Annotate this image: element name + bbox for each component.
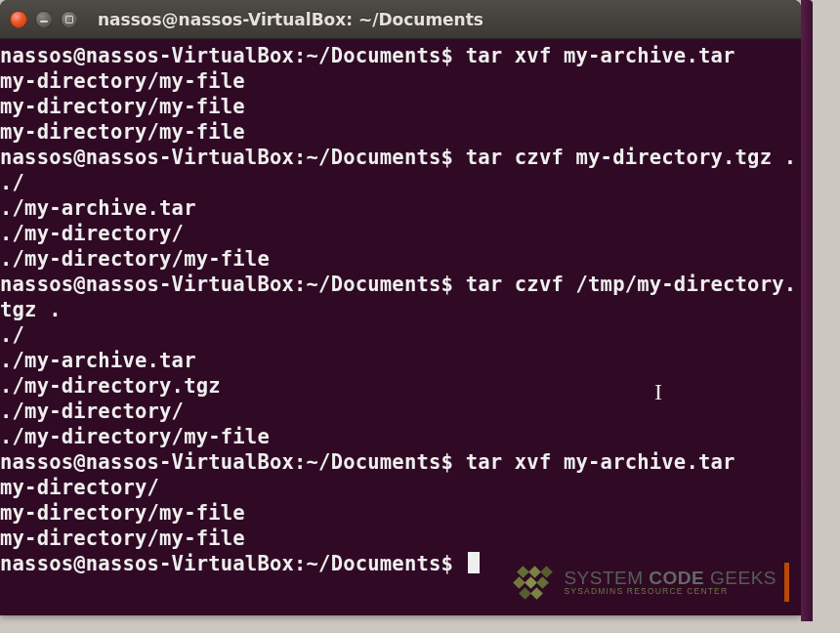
prompt-sep: : (294, 44, 307, 67)
terminal-output-line: my-directory/my-file (0, 501, 245, 525)
watermark-brand-a: SYSTEM (564, 568, 643, 588)
terminal-command: tar xvf my-archive.tar (466, 44, 735, 67)
prompt-path: ~/Documents (307, 146, 441, 169)
watermark: SYSTEM CODE GEEKS SYSADMINS RESOURCE CEN… (515, 563, 789, 602)
prompt-sep: : (294, 552, 307, 575)
window-title: nassos@nassos-VirtualBox: ~/Documents (98, 10, 483, 29)
prompt-user-host: nassos@nassos-VirtualBox (0, 146, 294, 169)
prompt-path: ~/Documents (307, 273, 441, 296)
prompt-sep: : (294, 450, 307, 474)
watermark-logo-icon (515, 566, 556, 599)
watermark-brand-b: CODE (649, 568, 704, 588)
prompt-sigil: $ (441, 552, 454, 575)
terminal-output-line: ./my-archive.tar (0, 349, 196, 372)
prompt-sigil: $ (441, 273, 454, 296)
prompt-sep: : (294, 146, 307, 169)
terminal-output-line: my-directory/ (0, 476, 159, 499)
prompt-sigil: $ (441, 146, 454, 169)
terminal-output-line: ./my-directory.tgz (0, 374, 221, 398)
prompt-path: ~/Documents (307, 44, 441, 67)
terminal-output-line: my-directory/my-file (0, 120, 245, 144)
prompt-user-host: nassos@nassos-VirtualBox (0, 273, 294, 296)
prompt-user-host: nassos@nassos-VirtualBox (0, 552, 294, 575)
window-shadow (801, 0, 813, 621)
terminal-output-line: ./my-directory/ (0, 400, 184, 423)
terminal-viewport[interactable]: nassos@nassos-VirtualBox:~/Documents$ ta… (0, 39, 801, 576)
terminal-output-line: my-directory/my-file (0, 527, 245, 550)
terminal-command: tar czvf my-directory.tgz . (466, 146, 797, 169)
prompt-sigil: $ (441, 44, 454, 67)
terminal-window: nassos@nassos-VirtualBox: ~/Documents na… (0, 0, 801, 615)
terminal-output-line: ./my-directory/ (0, 222, 184, 245)
terminal-command: tar xvf my-archive.tar (466, 450, 735, 474)
terminal-output-line: my-directory/my-file (0, 69, 245, 93)
watermark-brand-c: GEEKS (710, 568, 777, 588)
terminal-output-line: ./ (0, 323, 24, 347)
maximize-icon[interactable] (61, 11, 78, 28)
prompt-sigil: $ (441, 450, 454, 474)
terminal-output-line: my-directory/my-file (0, 95, 245, 118)
terminal-output-line: ./my-archive.tar (0, 196, 196, 220)
watermark-tagline: SYSADMINS RESOURCE CENTER (564, 587, 777, 596)
close-icon[interactable] (10, 11, 27, 28)
terminal-output-line: ./my-directory/my-file (0, 247, 270, 271)
prompt-user-host: nassos@nassos-VirtualBox (0, 44, 294, 67)
block-cursor (468, 552, 480, 573)
prompt-sep: : (294, 273, 307, 296)
minimize-icon[interactable] (35, 11, 53, 28)
prompt-user-host: nassos@nassos-VirtualBox (0, 450, 294, 474)
prompt-path: ~/Documents (307, 552, 441, 575)
prompt-path: ~/Documents (307, 450, 441, 474)
window-titlebar[interactable]: nassos@nassos-VirtualBox: ~/Documents (0, 0, 801, 39)
terminal-output-line: ./ (0, 171, 24, 194)
terminal-output-line: ./my-directory/my-file (0, 425, 270, 448)
watermark-text: SYSTEM CODE GEEKS SYSADMINS RESOURCE CEN… (564, 569, 777, 596)
watermark-accent-bar (784, 563, 789, 602)
